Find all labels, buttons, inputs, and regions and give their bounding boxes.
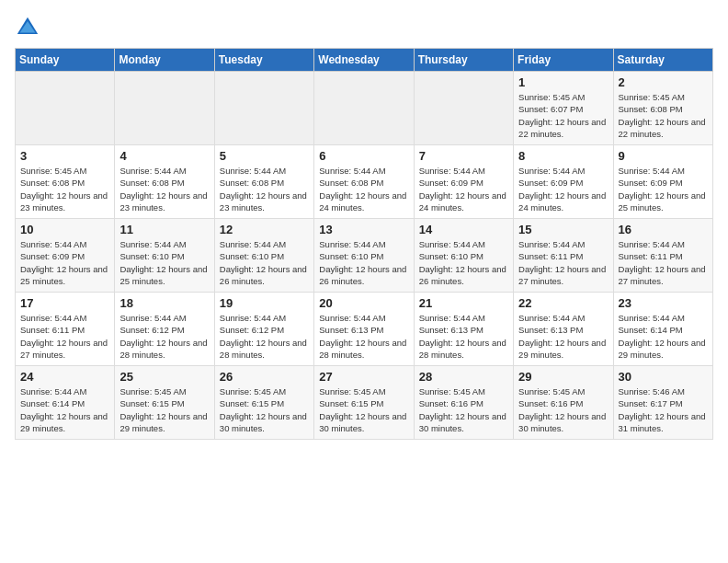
cell-info: Sunrise: 5:44 AM Sunset: 6:12 PM Dayligh… bbox=[220, 312, 309, 361]
day-number: 24 bbox=[20, 370, 109, 384]
day-number: 28 bbox=[419, 370, 508, 384]
cell-info: Sunrise: 5:45 AM Sunset: 6:16 PM Dayligh… bbox=[518, 385, 608, 434]
calendar-cell: 6Sunrise: 5:44 AM Sunset: 6:08 PM Daylig… bbox=[314, 145, 414, 219]
day-number: 12 bbox=[220, 223, 309, 236]
cell-info: Sunrise: 5:44 AM Sunset: 6:13 PM Dayligh… bbox=[518, 312, 608, 361]
calendar-cell: 22Sunrise: 5:44 AM Sunset: 6:13 PM Dayli… bbox=[514, 293, 613, 366]
cell-info: Sunrise: 5:44 AM Sunset: 6:13 PM Dayligh… bbox=[319, 312, 408, 361]
day-number: 3 bbox=[20, 149, 109, 163]
calendar-cell: 23Sunrise: 5:44 AM Sunset: 6:14 PM Dayli… bbox=[613, 293, 712, 366]
cell-info: Sunrise: 5:44 AM Sunset: 6:08 PM Dayligh… bbox=[220, 165, 309, 213]
day-number: 22 bbox=[518, 296, 608, 310]
day-number: 17 bbox=[20, 296, 109, 310]
weekday-header-row: SundayMondayTuesdayWednesdayThursdayFrid… bbox=[16, 49, 713, 72]
calendar-table: SundayMondayTuesdayWednesdayThursdayFrid… bbox=[15, 48, 713, 440]
calendar-cell: 16Sunrise: 5:44 AM Sunset: 6:11 PM Dayli… bbox=[613, 219, 712, 293]
calendar-cell: 9Sunrise: 5:44 AM Sunset: 6:09 PM Daylig… bbox=[613, 145, 712, 219]
weekday-header-tuesday: Tuesday bbox=[214, 49, 313, 72]
cell-info: Sunrise: 5:44 AM Sunset: 6:09 PM Dayligh… bbox=[419, 165, 508, 213]
calendar-cell: 12Sunrise: 5:44 AM Sunset: 6:10 PM Dayli… bbox=[214, 219, 313, 293]
day-number: 18 bbox=[119, 296, 209, 310]
cell-info: Sunrise: 5:44 AM Sunset: 6:10 PM Dayligh… bbox=[419, 238, 508, 287]
cell-info: Sunrise: 5:44 AM Sunset: 6:12 PM Dayligh… bbox=[119, 312, 209, 361]
calendar-cell: 3Sunrise: 5:45 AM Sunset: 6:08 PM Daylig… bbox=[16, 145, 115, 219]
calendar-week-row: 3Sunrise: 5:45 AM Sunset: 6:08 PM Daylig… bbox=[16, 145, 713, 219]
day-number: 2 bbox=[619, 75, 708, 89]
calendar-cell: 5Sunrise: 5:44 AM Sunset: 6:08 PM Daylig… bbox=[214, 145, 313, 219]
cell-info: Sunrise: 5:44 AM Sunset: 6:08 PM Dayligh… bbox=[119, 165, 209, 213]
day-number: 13 bbox=[319, 223, 408, 236]
calendar-cell: 7Sunrise: 5:44 AM Sunset: 6:09 PM Daylig… bbox=[414, 145, 513, 219]
calendar-cell: 24Sunrise: 5:44 AM Sunset: 6:14 PM Dayli… bbox=[16, 366, 115, 440]
calendar-header: SundayMondayTuesdayWednesdayThursdayFrid… bbox=[16, 49, 713, 72]
calendar-cell: 17Sunrise: 5:44 AM Sunset: 6:11 PM Dayli… bbox=[16, 293, 115, 366]
weekday-header-monday: Monday bbox=[115, 49, 214, 72]
calendar-week-row: 10Sunrise: 5:44 AM Sunset: 6:09 PM Dayli… bbox=[16, 219, 713, 293]
cell-info: Sunrise: 5:44 AM Sunset: 6:11 PM Dayligh… bbox=[619, 238, 708, 287]
day-number: 8 bbox=[518, 149, 608, 163]
cell-info: Sunrise: 5:45 AM Sunset: 6:08 PM Dayligh… bbox=[20, 165, 109, 213]
cell-info: Sunrise: 5:46 AM Sunset: 6:17 PM Dayligh… bbox=[619, 385, 708, 434]
day-number: 19 bbox=[220, 296, 309, 310]
day-number: 29 bbox=[518, 370, 608, 384]
cell-info: Sunrise: 5:45 AM Sunset: 6:15 PM Dayligh… bbox=[319, 385, 408, 434]
cell-info: Sunrise: 5:45 AM Sunset: 6:15 PM Dayligh… bbox=[119, 385, 209, 434]
calendar-cell: 2Sunrise: 5:45 AM Sunset: 6:08 PM Daylig… bbox=[613, 72, 712, 145]
calendar-cell bbox=[414, 72, 513, 145]
cell-info: Sunrise: 5:44 AM Sunset: 6:10 PM Dayligh… bbox=[119, 238, 209, 287]
day-number: 26 bbox=[220, 370, 309, 384]
calendar-body: 1Sunrise: 5:45 AM Sunset: 6:07 PM Daylig… bbox=[16, 72, 713, 440]
calendar-cell: 20Sunrise: 5:44 AM Sunset: 6:13 PM Dayli… bbox=[314, 293, 414, 366]
cell-info: Sunrise: 5:44 AM Sunset: 6:09 PM Dayligh… bbox=[518, 165, 608, 213]
calendar-cell: 10Sunrise: 5:44 AM Sunset: 6:09 PM Dayli… bbox=[16, 219, 115, 293]
calendar-cell: 11Sunrise: 5:44 AM Sunset: 6:10 PM Dayli… bbox=[115, 219, 214, 293]
cell-info: Sunrise: 5:44 AM Sunset: 6:09 PM Dayligh… bbox=[619, 165, 708, 213]
cell-info: Sunrise: 5:44 AM Sunset: 6:08 PM Dayligh… bbox=[319, 165, 408, 213]
calendar-cell: 14Sunrise: 5:44 AM Sunset: 6:10 PM Dayli… bbox=[414, 219, 513, 293]
day-number: 23 bbox=[619, 296, 708, 310]
calendar-cell: 26Sunrise: 5:45 AM Sunset: 6:15 PM Dayli… bbox=[214, 366, 313, 440]
calendar-cell: 19Sunrise: 5:44 AM Sunset: 6:12 PM Dayli… bbox=[214, 293, 313, 366]
day-number: 11 bbox=[119, 223, 209, 236]
calendar-cell bbox=[115, 72, 214, 145]
calendar-cell: 28Sunrise: 5:45 AM Sunset: 6:16 PM Dayli… bbox=[414, 366, 513, 440]
day-number: 25 bbox=[119, 370, 209, 384]
day-number: 5 bbox=[220, 149, 309, 163]
weekday-header-sunday: Sunday bbox=[16, 49, 115, 72]
calendar-cell: 4Sunrise: 5:44 AM Sunset: 6:08 PM Daylig… bbox=[115, 145, 214, 219]
cell-info: Sunrise: 5:44 AM Sunset: 6:11 PM Dayligh… bbox=[518, 238, 608, 287]
day-number: 7 bbox=[419, 149, 508, 163]
calendar-week-row: 1Sunrise: 5:45 AM Sunset: 6:07 PM Daylig… bbox=[16, 72, 713, 145]
day-number: 27 bbox=[319, 370, 408, 384]
day-number: 21 bbox=[419, 296, 508, 310]
calendar-cell: 13Sunrise: 5:44 AM Sunset: 6:10 PM Dayli… bbox=[314, 219, 414, 293]
calendar-cell: 15Sunrise: 5:44 AM Sunset: 6:11 PM Dayli… bbox=[514, 219, 613, 293]
calendar-cell bbox=[16, 72, 115, 145]
cell-info: Sunrise: 5:44 AM Sunset: 6:14 PM Dayligh… bbox=[619, 312, 708, 361]
day-number: 20 bbox=[319, 296, 408, 310]
logo-icon bbox=[15, 15, 40, 40]
cell-info: Sunrise: 5:44 AM Sunset: 6:13 PM Dayligh… bbox=[419, 312, 508, 361]
day-number: 16 bbox=[619, 223, 708, 236]
calendar-cell: 1Sunrise: 5:45 AM Sunset: 6:07 PM Daylig… bbox=[514, 72, 613, 145]
calendar-cell: 30Sunrise: 5:46 AM Sunset: 6:17 PM Dayli… bbox=[613, 366, 712, 440]
weekday-header-thursday: Thursday bbox=[414, 49, 513, 72]
cell-info: Sunrise: 5:45 AM Sunset: 6:07 PM Dayligh… bbox=[518, 91, 608, 140]
cell-info: Sunrise: 5:44 AM Sunset: 6:14 PM Dayligh… bbox=[20, 385, 109, 434]
calendar-cell: 29Sunrise: 5:45 AM Sunset: 6:16 PM Dayli… bbox=[514, 366, 613, 440]
day-number: 30 bbox=[619, 370, 708, 384]
calendar-cell: 27Sunrise: 5:45 AM Sunset: 6:15 PM Dayli… bbox=[314, 366, 414, 440]
weekday-header-friday: Friday bbox=[514, 49, 613, 72]
day-number: 14 bbox=[419, 223, 508, 236]
day-number: 4 bbox=[119, 149, 209, 163]
calendar-cell: 25Sunrise: 5:45 AM Sunset: 6:15 PM Dayli… bbox=[115, 366, 214, 440]
calendar-cell: 8Sunrise: 5:44 AM Sunset: 6:09 PM Daylig… bbox=[514, 145, 613, 219]
cell-info: Sunrise: 5:44 AM Sunset: 6:10 PM Dayligh… bbox=[220, 238, 309, 287]
cell-info: Sunrise: 5:44 AM Sunset: 6:09 PM Dayligh… bbox=[20, 238, 109, 287]
calendar-cell bbox=[214, 72, 313, 145]
weekday-header-saturday: Saturday bbox=[613, 49, 712, 72]
calendar-cell: 21Sunrise: 5:44 AM Sunset: 6:13 PM Dayli… bbox=[414, 293, 513, 366]
calendar-week-row: 17Sunrise: 5:44 AM Sunset: 6:11 PM Dayli… bbox=[16, 293, 713, 366]
cell-info: Sunrise: 5:44 AM Sunset: 6:11 PM Dayligh… bbox=[20, 312, 109, 361]
calendar-cell: 18Sunrise: 5:44 AM Sunset: 6:12 PM Dayli… bbox=[115, 293, 214, 366]
